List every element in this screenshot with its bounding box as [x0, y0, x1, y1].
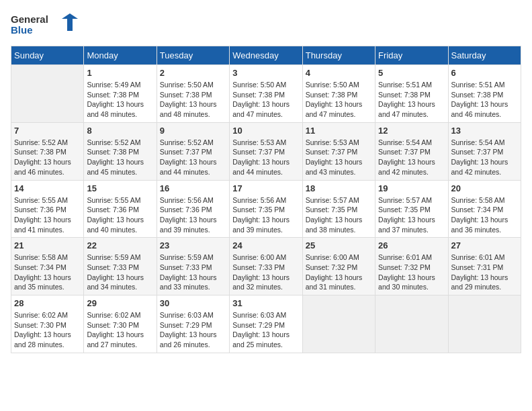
svg-marker-2 — [62, 13, 78, 31]
day-number: 30 — [160, 298, 226, 308]
calendar-cell: 11 Sunrise: 5:53 AM Sunset: 7:37 PM Dayl… — [302, 122, 375, 180]
sunset-text: Sunset: 7:29 PM — [160, 321, 212, 329]
calendar-cell: 10 Sunrise: 5:53 AM Sunset: 7:37 PM Dayl… — [230, 122, 302, 180]
sunset-text: Sunset: 7:31 PM — [451, 263, 504, 271]
calendar-cell: 5 Sunrise: 5:51 AM Sunset: 7:38 PM Dayli… — [375, 65, 448, 123]
svg-text:General: General — [11, 13, 48, 25]
day-number: 21 — [14, 240, 81, 250]
calendar-cell: 18 Sunrise: 5:57 AM Sunset: 7:35 PM Dayl… — [302, 180, 375, 238]
calendar-cell: 26 Sunrise: 6:01 AM Sunset: 7:32 PM Dayl… — [375, 238, 448, 295]
sunrise-text: Sunrise: 5:50 AM — [160, 81, 214, 89]
sunrise-text: Sunrise: 5:57 AM — [306, 196, 359, 204]
daylight-text: Daylight: 13 hours and 46 minutes. — [451, 100, 508, 118]
daylight-text: Daylight: 13 hours and 40 minutes. — [87, 216, 144, 234]
day-info: Sunrise: 5:52 AM Sunset: 7:38 PM Dayligh… — [87, 138, 153, 177]
sunrise-text: Sunrise: 5:53 AM — [232, 138, 286, 146]
sunset-text: Sunset: 7:38 PM — [87, 148, 139, 156]
daylight-text: Daylight: 13 hours and 34 minutes. — [87, 273, 144, 291]
sunset-text: Sunset: 7:32 PM — [306, 263, 358, 271]
day-number: 24 — [232, 240, 299, 250]
day-number: 26 — [378, 240, 445, 250]
calendar-cell: 2 Sunrise: 5:50 AM Sunset: 7:38 PM Dayli… — [157, 65, 229, 123]
daylight-text: Daylight: 13 hours and 47 minutes. — [378, 100, 435, 118]
day-info: Sunrise: 5:56 AM Sunset: 7:35 PM Dayligh… — [232, 195, 299, 235]
calendar-cell: 4 Sunrise: 5:50 AM Sunset: 7:38 PM Dayli… — [302, 65, 375, 123]
day-number: 25 — [306, 240, 372, 250]
day-info: Sunrise: 5:54 AM Sunset: 7:37 PM Dayligh… — [451, 138, 518, 177]
calendar-cell: 29 Sunrise: 6:02 AM Sunset: 7:30 PM Dayl… — [84, 295, 157, 353]
calendar-cell — [448, 295, 521, 353]
day-number: 5 — [378, 68, 445, 78]
sunrise-text: Sunrise: 5:51 AM — [378, 81, 432, 89]
daylight-text: Daylight: 13 hours and 27 minutes. — [87, 330, 144, 349]
day-info: Sunrise: 5:51 AM Sunset: 7:38 PM Dayligh… — [451, 80, 518, 120]
sunrise-text: Sunrise: 5:56 AM — [160, 196, 214, 204]
sunset-text: Sunset: 7:38 PM — [451, 91, 504, 99]
day-info: Sunrise: 5:50 AM Sunset: 7:38 PM Dayligh… — [232, 80, 299, 120]
calendar-cell: 14 Sunrise: 5:55 AM Sunset: 7:36 PM Dayl… — [11, 180, 84, 238]
sunset-text: Sunset: 7:30 PM — [87, 321, 139, 329]
daylight-text: Daylight: 13 hours and 44 minutes. — [160, 158, 217, 176]
calendar-cell: 3 Sunrise: 5:50 AM Sunset: 7:38 PM Dayli… — [230, 65, 302, 123]
calendar-cell — [375, 295, 448, 353]
sunset-text: Sunset: 7:37 PM — [160, 148, 212, 156]
calendar-cell: 30 Sunrise: 6:03 AM Sunset: 7:29 PM Dayl… — [157, 295, 229, 353]
sunset-text: Sunset: 7:37 PM — [306, 148, 358, 156]
day-number: 19 — [378, 183, 445, 193]
sunset-text: Sunset: 7:38 PM — [232, 91, 285, 99]
calendar-week-row: 7 Sunrise: 5:52 AM Sunset: 7:38 PM Dayli… — [11, 122, 521, 180]
sunset-text: Sunset: 7:30 PM — [14, 321, 66, 329]
calendar-cell: 31 Sunrise: 6:03 AM Sunset: 7:29 PM Dayl… — [230, 295, 302, 353]
day-number: 29 — [87, 298, 153, 308]
day-number: 27 — [451, 240, 518, 250]
sunset-text: Sunset: 7:37 PM — [232, 148, 285, 156]
day-number: 15 — [87, 183, 153, 193]
sunset-text: Sunset: 7:38 PM — [160, 91, 212, 99]
sunrise-text: Sunrise: 6:03 AM — [160, 311, 214, 319]
day-info: Sunrise: 6:03 AM Sunset: 7:29 PM Dayligh… — [232, 310, 299, 350]
sunset-text: Sunset: 7:36 PM — [14, 205, 66, 214]
sunrise-text: Sunrise: 5:53 AM — [306, 138, 359, 146]
sunrise-text: Sunrise: 6:01 AM — [378, 253, 432, 261]
sunset-text: Sunset: 7:38 PM — [306, 91, 358, 99]
weekday-header: Sunday — [11, 46, 84, 65]
sunset-text: Sunset: 7:38 PM — [378, 91, 431, 99]
weekday-header-row: SundayMondayTuesdayWednesdayThursdayFrid… — [11, 46, 521, 65]
calendar-table: SundayMondayTuesdayWednesdayThursdayFrid… — [11, 46, 521, 353]
sunrise-text: Sunrise: 5:55 AM — [14, 196, 68, 204]
day-info: Sunrise: 5:55 AM Sunset: 7:36 PM Dayligh… — [87, 195, 153, 235]
sunset-text: Sunset: 7:37 PM — [378, 148, 431, 156]
day-number: 3 — [232, 68, 299, 78]
day-number: 14 — [14, 183, 81, 193]
day-number: 2 — [160, 68, 226, 78]
sunrise-text: Sunrise: 5:52 AM — [160, 138, 214, 146]
calendar-cell: 28 Sunrise: 6:02 AM Sunset: 7:30 PM Dayl… — [11, 295, 84, 353]
sunrise-text: Sunrise: 5:51 AM — [451, 81, 505, 89]
day-number: 17 — [232, 183, 299, 193]
weekday-header: Tuesday — [157, 46, 229, 65]
calendar-cell — [302, 295, 375, 353]
sunset-text: Sunset: 7:33 PM — [232, 263, 285, 271]
day-info: Sunrise: 5:53 AM Sunset: 7:37 PM Dayligh… — [232, 138, 299, 177]
day-number: 13 — [451, 126, 518, 136]
day-number: 31 — [232, 298, 299, 308]
day-number: 8 — [87, 126, 153, 136]
calendar-cell: 16 Sunrise: 5:56 AM Sunset: 7:36 PM Dayl… — [157, 180, 229, 238]
day-number: 9 — [160, 126, 226, 136]
weekday-header: Wednesday — [230, 46, 302, 65]
sunset-text: Sunset: 7:36 PM — [87, 205, 139, 214]
sunrise-text: Sunrise: 5:50 AM — [306, 81, 359, 89]
sunrise-text: Sunrise: 6:03 AM — [232, 311, 286, 319]
day-info: Sunrise: 6:00 AM Sunset: 7:33 PM Dayligh… — [232, 253, 299, 292]
daylight-text: Daylight: 13 hours and 38 minutes. — [306, 216, 363, 234]
daylight-text: Daylight: 13 hours and 36 minutes. — [451, 216, 508, 234]
day-info: Sunrise: 6:01 AM Sunset: 7:31 PM Dayligh… — [451, 253, 518, 292]
daylight-text: Daylight: 13 hours and 47 minutes. — [306, 100, 363, 118]
daylight-text: Daylight: 13 hours and 28 minutes. — [14, 330, 71, 349]
day-info: Sunrise: 5:52 AM Sunset: 7:38 PM Dayligh… — [14, 138, 81, 177]
sunset-text: Sunset: 7:32 PM — [378, 263, 431, 271]
sunset-text: Sunset: 7:38 PM — [87, 91, 139, 99]
daylight-text: Daylight: 13 hours and 32 minutes. — [232, 273, 290, 291]
day-info: Sunrise: 5:49 AM Sunset: 7:38 PM Dayligh… — [87, 80, 153, 120]
sunrise-text: Sunrise: 5:50 AM — [232, 81, 286, 89]
